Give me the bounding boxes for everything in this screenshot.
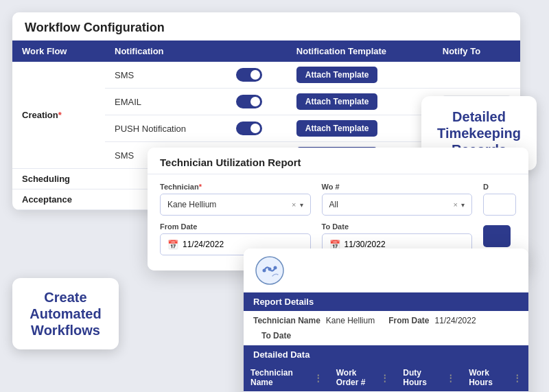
report-data-header: Detailed Data	[244, 345, 528, 364]
technician-field-group: Technician* Kane Hellium × ▾	[160, 183, 311, 216]
template-btn-email-cell: Attach Template	[287, 89, 433, 115]
attach-template-push[interactable]: Attach Template	[296, 120, 377, 137]
technician-input[interactable]: Kane Hellium × ▾	[160, 194, 311, 216]
technician-label: Technician*	[160, 183, 311, 191]
clear-wo-icon[interactable]: ×	[454, 200, 458, 209]
attach-template-sms1[interactable]: Attach Template	[296, 67, 377, 83]
report-card: Report Details Technician Name Kane Hell…	[244, 249, 528, 392]
workflow-label-scheduling: Scheduling	[12, 169, 105, 189]
from-date-label: From Date	[160, 222, 311, 231]
report-details-header: Report Details	[244, 292, 528, 311]
required-marker: *	[199, 183, 202, 191]
col-work-order: Work Order #	[329, 364, 374, 391]
tech-name-label: Technician Name	[253, 316, 320, 325]
toggle-push[interactable]	[226, 115, 287, 142]
d-input[interactable]	[483, 194, 516, 216]
wo-value: All	[329, 200, 338, 209]
col-options-icon-1[interactable]: ⋮	[314, 373, 323, 383]
col-dots-2: ⋮	[373, 364, 396, 391]
utilization-modal-title: Technician Utilization Report	[148, 148, 528, 174]
from-date-detail-label: From Date	[388, 316, 429, 325]
report-icon	[255, 255, 285, 286]
clear-technician-icon[interactable]: ×	[292, 200, 296, 209]
technician-value: Kane Hellium	[167, 200, 216, 209]
toggle-email[interactable]	[226, 89, 287, 115]
col-dots-3: ⋮	[439, 364, 462, 391]
wo-label: Wo #	[322, 183, 473, 191]
svg-point-1	[263, 269, 266, 273]
col-duty-hours: Duty Hours	[396, 364, 439, 391]
col-header-toggle	[226, 41, 287, 62]
toggle-sms1[interactable]	[226, 62, 287, 89]
svg-point-2	[268, 268, 272, 271]
notification-type-sms1: SMS	[105, 62, 226, 89]
d-field-group: D	[483, 183, 516, 216]
workflow-label-acceptance: Acceptance	[12, 189, 105, 210]
create-bubble-text: Create Automated Workflows	[30, 290, 101, 338]
attach-template-email[interactable]: Attach Template	[296, 93, 377, 110]
calendar-icon: 📅	[167, 240, 178, 250]
table-row: Creation* SMS Attach Template	[12, 62, 520, 89]
wo-input[interactable]: All × ▾	[322, 194, 473, 216]
col-options-icon-3[interactable]: ⋮	[446, 373, 455, 383]
wo-field-group: Wo # All × ▾	[322, 183, 473, 216]
notify-to-sms1	[433, 62, 520, 89]
col-dots-4: ⋮	[506, 364, 528, 391]
col-header-template: Notification Template	[287, 41, 433, 62]
to-date-detail-label: To Date	[261, 331, 291, 341]
col-options-icon-2[interactable]: ⋮	[380, 373, 389, 383]
col-header-notification: Notification	[105, 41, 226, 62]
col-header-notify: Notify To	[433, 41, 520, 62]
report-details-row: Technician Name Kane Hellium From Date 1…	[244, 311, 528, 345]
report-icon-area	[244, 249, 528, 292]
create-workflows-bubble: Create Automated Workflows	[12, 278, 119, 349]
col-dots-1: ⋮	[307, 364, 329, 391]
notification-type-email: EMAIL	[105, 89, 226, 115]
to-date-value: 11/30/2022	[344, 240, 386, 249]
report-data-table: Technician Name ⋮ Work Order # ⋮ Duty Ho…	[244, 364, 528, 392]
required-marker: *	[58, 110, 62, 120]
search-btn[interactable]	[483, 225, 511, 247]
col-work-hours: Work Hours	[462, 364, 506, 391]
to-date-label: To Date	[322, 222, 473, 231]
notification-type-push: PUSH Notification	[105, 115, 226, 142]
from-date-detail-value: 11/24/2022	[435, 316, 476, 325]
chevron-down-wo-icon[interactable]: ▾	[461, 201, 465, 209]
svg-point-3	[274, 266, 277, 270]
template-btn-push-cell: Attach Template	[287, 115, 433, 142]
utilization-form-row-1: Technician* Kane Hellium × ▾ Wo # All × …	[160, 183, 516, 216]
workflow-label-creation: Creation*	[12, 62, 105, 169]
col-options-icon-4[interactable]: ⋮	[513, 373, 522, 383]
from-date-value: 11/24/2022	[183, 240, 224, 249]
d-label: D	[483, 183, 516, 191]
col-tech-name: Technician Name	[244, 364, 307, 391]
tech-name-value: Kane Hellium	[326, 316, 375, 325]
chevron-down-icon[interactable]: ▾	[300, 201, 303, 209]
col-header-workflow: Work Flow	[12, 41, 105, 62]
workflow-title: Workflow Configuration	[12, 12, 520, 41]
template-btn-sms1-cell: Attach Template	[287, 62, 433, 89]
